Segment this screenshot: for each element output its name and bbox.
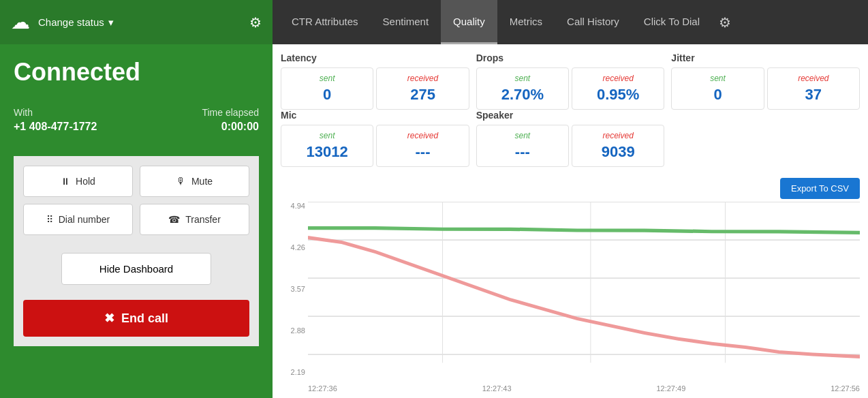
latency-cards: sent 0 received 275 [281, 67, 469, 110]
end-call-area: ✖ End call [14, 300, 259, 346]
export-csv-button[interactable]: Export To CSV [780, 178, 860, 199]
call-info-values: +1 408-477-1772 0:00:00 [14, 121, 259, 133]
speaker-sent-label: sent [486, 131, 559, 140]
drops-sent-value: 2.70% [486, 86, 559, 104]
left-panel: Connected With Time elapsed +1 408-477-1… [0, 44, 273, 398]
jitter-sent-card: sent 0 [671, 67, 764, 110]
mic-sent-value: 13012 [291, 143, 363, 161]
change-status-button[interactable]: Change status ▾ [38, 16, 114, 29]
jitter-title: Jitter [671, 52, 860, 63]
end-call-button[interactable]: ✖ End call [23, 300, 249, 337]
tab-sentiment[interactable]: Sentiment [371, 0, 441, 44]
time-elapsed-label: Time elapsed [202, 107, 259, 118]
speaker-group: Speaker sent --- received 9039 [476, 110, 665, 167]
y-label-4: 2.19 [281, 368, 305, 376]
drops-cards: sent 2.70% received 0.95% [476, 67, 665, 110]
mute-label: Mute [191, 176, 213, 187]
transfer-button[interactable]: ☎ Transfer [140, 204, 249, 235]
x-label-3: 12:27:56 [831, 384, 860, 393]
drops-group: Drops sent 2.70% received 0.95% [476, 52, 665, 110]
jitter-sent-value: 0 [681, 86, 754, 104]
speaker-cards: sent --- received 9039 [476, 125, 665, 167]
drops-received-label: received [582, 74, 654, 83]
drops-received-value: 0.95% [582, 86, 654, 104]
jitter-sent-label: sent [681, 74, 754, 83]
mic-received-value: --- [386, 143, 459, 161]
tab-click-to-dial[interactable]: Click To Dial [632, 0, 712, 44]
mic-sent-label: sent [291, 131, 363, 140]
chart-x-labels: 12:27:36 12:27:43 12:27:49 12:27:56 [308, 384, 860, 393]
logo-icon: ☁ [11, 11, 30, 33]
speaker-sent-value: --- [486, 143, 559, 161]
y-label-0: 4.94 [281, 202, 305, 210]
drops-title: Drops [476, 52, 665, 63]
y-label-2: 3.57 [281, 285, 305, 293]
latency-received-value: 275 [386, 86, 459, 104]
spacer [671, 110, 860, 167]
x-label-0: 12:27:36 [308, 384, 337, 393]
tab-ctr-attributes[interactable]: CTR Attributes [279, 0, 371, 44]
mic-received-label: received [386, 131, 459, 140]
jitter-cards: sent 0 received 37 [671, 67, 860, 110]
hide-dashboard-area: Hide Dashboard [14, 245, 259, 300]
latency-group: Latency sent 0 received 275 [281, 52, 469, 110]
tab-call-history[interactable]: Call History [555, 0, 632, 44]
tab-metrics[interactable]: Metrics [497, 0, 555, 44]
speaker-title: Speaker [476, 110, 665, 121]
latency-sent-value: 0 [291, 86, 363, 104]
end-call-icon: ✖ [104, 311, 114, 326]
speaker-received-card: received 9039 [572, 125, 664, 167]
transfer-label: Transfer [185, 214, 221, 225]
tab-quality[interactable]: Quality [441, 0, 497, 44]
latency-title: Latency [281, 52, 469, 63]
bottom-metrics-row: Mic sent 13012 received --- Speaker [273, 110, 868, 172]
jitter-group: Jitter sent 0 received 37 [671, 52, 860, 110]
mic-group: Mic sent 13012 received --- [281, 110, 469, 167]
y-label-1: 4.26 [281, 243, 305, 251]
latency-sent-label: sent [291, 74, 363, 83]
chart-y-labels: 4.94 4.26 3.57 2.88 2.19 [281, 202, 305, 376]
mic-sent-card: sent 13012 [281, 125, 373, 167]
top-metrics-row: Latency sent 0 received 275 Drops [273, 44, 868, 110]
right-panel: Latency sent 0 received 275 Drops [273, 44, 868, 398]
main-content: Connected With Time elapsed +1 408-477-1… [0, 44, 868, 398]
chart-svg [308, 202, 860, 393]
jitter-received-card: received 37 [767, 67, 860, 110]
elapsed-time: 0:00:00 [221, 121, 259, 133]
top-nav: ☁ Change status ▾ ⚙ CTR Attributes Senti… [0, 0, 868, 44]
dial-number-button[interactable]: ⠿ Dial number [23, 204, 133, 235]
chart-header: Export To CSV [281, 178, 860, 199]
dial-icon: ⠿ [46, 214, 53, 225]
settings-icon-left[interactable]: ⚙ [249, 14, 262, 31]
hide-dashboard-button[interactable]: Hide Dashboard [61, 253, 211, 285]
jitter-received-value: 37 [777, 86, 850, 104]
settings-icon-right[interactable]: ⚙ [719, 14, 731, 31]
change-status-label: Change status [38, 16, 104, 28]
mute-button[interactable]: 🎙 Mute [140, 166, 249, 197]
drops-sent-label: sent [486, 74, 559, 83]
hold-button[interactable]: ⏸ Hold [23, 166, 133, 197]
chart-container: 4.94 4.26 3.57 2.88 2.19 [281, 202, 860, 393]
transfer-icon: ☎ [168, 214, 180, 225]
nav-tabs: CTR Attributes Sentiment Quality Metrics… [273, 0, 868, 44]
hold-icon: ⏸ [61, 176, 70, 187]
mute-icon: 🎙 [176, 176, 186, 187]
speaker-sent-card: sent --- [476, 125, 569, 167]
dial-number-label: Dial number [59, 214, 110, 225]
mic-cards: sent 13012 received --- [281, 125, 469, 167]
phone-number: +1 408-477-1772 [14, 121, 97, 133]
left-header: ☁ Change status ▾ ⚙ [0, 0, 273, 44]
latency-sent-card: sent 0 [281, 67, 373, 110]
hold-label: Hold [76, 176, 95, 187]
jitter-received-label: received [777, 74, 850, 83]
speaker-received-label: received [582, 131, 654, 140]
latency-received-card: received 275 [376, 67, 469, 110]
x-label-1: 12:27:43 [482, 384, 512, 393]
mic-received-card: received --- [376, 125, 469, 167]
mic-title: Mic [281, 110, 469, 121]
chevron-down-icon: ▾ [108, 16, 114, 29]
x-label-2: 12:27:49 [656, 384, 685, 393]
speaker-received-value: 9039 [582, 143, 654, 161]
with-label: With [14, 107, 33, 118]
y-label-3: 2.88 [281, 326, 305, 335]
